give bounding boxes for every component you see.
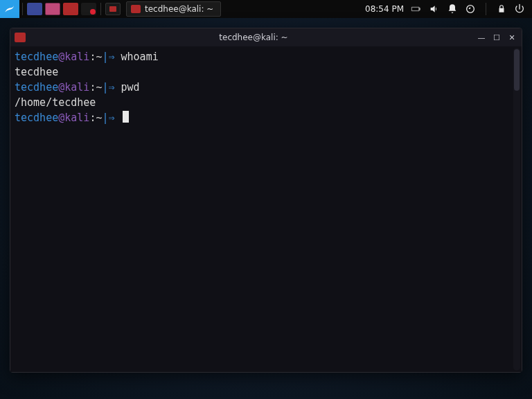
terminal-icon — [15, 33, 26, 42]
prompt-at: @ — [58, 112, 64, 124]
battery-icon[interactable] — [411, 3, 422, 15]
prompt-host: kali — [64, 51, 89, 63]
taskbar-item-terminal[interactable]: tecdhee@kali: ~ — [126, 1, 221, 17]
prompt-host: kali — [64, 81, 89, 94]
prompt-at: @ — [58, 51, 64, 63]
prompt-user: tecdhee — [15, 81, 58, 94]
prompt-at: @ — [58, 81, 64, 94]
close-button[interactable]: ✕ — [506, 32, 517, 43]
app-icon-4[interactable] — [81, 3, 96, 15]
scrollbar-thumb[interactable] — [514, 49, 520, 91]
terminal-output: /home/tecdhee — [15, 95, 517, 110]
separator — [486, 3, 486, 15]
power-icon[interactable] — [514, 3, 525, 15]
app-icon-terminal[interactable] — [63, 3, 78, 15]
titlebar[interactable]: tecdhee@kali: ~ — ☐ ✕ — [10, 28, 522, 46]
app-icon-files[interactable] — [45, 3, 60, 15]
terminal-icon — [131, 5, 141, 13]
prompt-host: kali — [64, 112, 89, 124]
prompt-user: tecdhee — [15, 112, 58, 124]
separator — [22, 3, 23, 15]
terminal-line: tecdhee@kali:~|⇒ whoami — [15, 49, 517, 64]
volume-icon[interactable] — [429, 3, 440, 15]
terminal-output: tecdhee — [15, 64, 517, 80]
scrollbar[interactable] — [513, 48, 520, 371]
panel-left: tecdhee@kali: ~ — [0, 0, 221, 18]
app-icon-1[interactable] — [27, 3, 42, 15]
minimize-button[interactable]: — — [476, 32, 487, 43]
command-text: pwd — [121, 81, 140, 94]
notifications-icon[interactable] — [447, 3, 458, 15]
prompt-arrow: |⇒ — [102, 112, 121, 124]
separator — [100, 3, 101, 15]
prompt-arrow: |⇒ — [102, 81, 121, 94]
lock-icon[interactable] — [496, 3, 507, 15]
updates-icon[interactable] — [465, 3, 476, 15]
command-text: whoami — [121, 51, 159, 63]
terminal-window: tecdhee@kali: ~ — ☐ ✕ tecdhee@kali:~|⇒ w… — [10, 28, 522, 373]
prompt-arrow: |⇒ — [102, 51, 121, 63]
prompt-user: tecdhee — [15, 51, 58, 63]
terminal-line: tecdhee@kali:~|⇒ pwd — [15, 80, 517, 95]
cursor — [123, 111, 129, 123]
clock[interactable]: 08:54 PM — [365, 4, 404, 14]
workspace-switcher[interactable] — [105, 3, 121, 15]
kali-menu-button[interactable] — [0, 0, 19, 18]
maximize-button[interactable]: ☐ — [491, 32, 502, 43]
top-panel: tecdhee@kali: ~ 08:54 PM — [0, 0, 532, 18]
terminal-body[interactable]: tecdhee@kali:~|⇒ whoami tecdhee tecdhee@… — [10, 46, 522, 372]
terminal-line: tecdhee@kali:~|⇒ — [15, 110, 517, 125]
panel-right: 08:54 PM — [365, 3, 532, 15]
window-title: tecdhee@kali: ~ — [31, 33, 476, 42]
taskbar-item-label: tecdhee@kali: ~ — [145, 4, 213, 14]
